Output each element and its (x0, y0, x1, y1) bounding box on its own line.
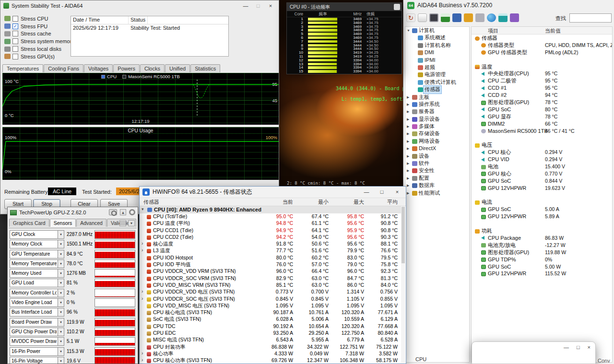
sensor-select[interactable]: Memory Controller Load▼ (10, 289, 64, 297)
sensor-select[interactable]: GPU Load▼ (10, 279, 64, 287)
checkbox[interactable] (12, 16, 18, 22)
cpu-section-row[interactable]: ▾ CPU [#0]: AMD Ryzen 9 8940HX: Enhanced (140, 206, 401, 213)
stress-option[interactable]: ✓Stress FPU (4, 23, 74, 30)
title-bar[interactable]: TechPowerUp GPU-Z 2.62.0 ▲ (8, 207, 138, 218)
close-button[interactable]: × (264, 2, 277, 10)
tools-icon[interactable] (464, 13, 473, 22)
sensor-column-header[interactable]: 传感器 (143, 199, 159, 206)
tree-item[interactable]: ▶服务器 (405, 108, 469, 115)
tree-item[interactable]: ▶配置 (405, 175, 469, 182)
sensor-select[interactable]: Bus Interface Load▼ (10, 308, 64, 317)
stress-option[interactable]: Stress cache (4, 30, 74, 38)
tab-temperatures[interactable]: Temperatures (2, 64, 43, 72)
web-icon[interactable] (487, 13, 496, 22)
expand-icon[interactable]: › (142, 247, 143, 253)
chevron-right-icon[interactable]: ▶ (407, 138, 411, 145)
maximize-button[interactable]: □ (577, 344, 580, 350)
stress-option[interactable]: Stress local disks (4, 45, 74, 53)
tree-item[interactable]: ▶性能测试 (405, 189, 469, 197)
share-icon[interactable]: ▲ (120, 209, 126, 215)
chevron-right-icon[interactable]: ▶ (407, 123, 411, 130)
column-header[interactable]: Date / Time (71, 16, 129, 24)
tree-item[interactable]: 电源管理 (405, 71, 469, 78)
chevron-right-icon[interactable]: ▶ (407, 182, 411, 189)
benchmark-icon[interactable] (441, 13, 450, 22)
tab-advanced[interactable]: Advanced (76, 219, 106, 227)
tree-item[interactable]: ▶DirectX (405, 145, 469, 152)
close-icon[interactable] (394, 4, 400, 10)
minimize-button[interactable]: — (239, 2, 252, 10)
avg-column-header[interactable]: 平均 (364, 199, 398, 206)
search-input[interactable] (569, 13, 612, 23)
maximize-button[interactable]: □ (252, 2, 264, 10)
value-column-header[interactable]: 当前值 (545, 27, 561, 35)
collapse-icon[interactable]: ▾ (142, 207, 144, 211)
title-bar[interactable]: System Stability Test - AIDA64 (0, 0, 279, 11)
expand-icon[interactable]: › (142, 296, 143, 301)
sensor-select[interactable]: Memory Clock▼ (10, 240, 64, 248)
stats-icon[interactable] (498, 13, 508, 22)
tab-graphics-card[interactable]: Graphics Card (9, 219, 49, 227)
tree-item[interactable]: ▶多媒体 (405, 123, 469, 130)
sensor-select[interactable]: GPU Chip Power Draw▼ (10, 328, 64, 336)
expand-icon[interactable]: › (142, 289, 143, 294)
measure-icon[interactable] (475, 13, 484, 22)
tab-cooling-fans[interactable]: Cooling Fans (44, 64, 83, 72)
title-bar[interactable]: CPU #0 - 活动频率 (287, 3, 401, 11)
current-column-header[interactable]: 当前 (260, 199, 293, 206)
tree-item[interactable]: 超频 (405, 64, 469, 71)
camera-icon[interactable] (109, 209, 117, 215)
minimize-button[interactable]: — (359, 187, 374, 198)
chevron-right-icon[interactable]: ▶ (407, 116, 411, 123)
tree-item[interactable]: 便携式计算机 (405, 79, 469, 86)
chevron-right-icon[interactable]: ▶ (407, 130, 411, 137)
tab-sensors[interactable]: Sensors (50, 219, 76, 227)
scrollbar[interactable] (401, 207, 405, 363)
tree-item[interactable]: 传感器 (405, 86, 469, 93)
maximize-button[interactable]: □ (374, 187, 390, 198)
checkbox[interactable] (12, 38, 18, 44)
sensor-select[interactable]: Video Engine Load▼ (10, 298, 64, 307)
sensor-select[interactable]: GPU Temperature▼ (10, 250, 64, 258)
close-button[interactable]: × (588, 344, 590, 350)
stress-option[interactable]: Stress CPU (4, 15, 74, 23)
close-button[interactable]: × (390, 187, 405, 198)
gear-icon[interactable] (129, 209, 135, 215)
chevron-right-icon[interactable]: ▶ (407, 108, 411, 115)
column-header[interactable]: Status (129, 16, 148, 24)
sensor-select[interactable]: MVDDC Power Draw▼ (10, 337, 64, 346)
remote-icon[interactable] (510, 13, 519, 22)
max-column-header[interactable]: 最大 (331, 199, 364, 206)
checkbox[interactable] (12, 46, 18, 52)
tab-clocks[interactable]: Clocks (140, 64, 165, 72)
checkbox[interactable]: ✓ (12, 23, 18, 29)
chevron-right-icon[interactable]: ▶ (407, 189, 411, 197)
tree-item[interactable]: ▶网络设备 (405, 138, 469, 145)
tree-item-computer[interactable]: ▼计算机 (405, 27, 469, 34)
chevron-down-icon[interactable]: ▼ (128, 220, 135, 226)
chevron-right-icon[interactable]: ▶ (407, 145, 411, 152)
list-view-icon[interactable] (119, 220, 126, 226)
monitor-icon[interactable] (429, 13, 438, 22)
checkbox[interactable] (12, 54, 18, 59)
tree-item[interactable]: ▶安全性 (405, 167, 469, 174)
scrollbar-thumb[interactable] (401, 207, 405, 263)
stress-option[interactable]: Stress system memory (4, 37, 74, 45)
chevron-right-icon[interactable]: ▶ (407, 101, 411, 108)
sensor-select[interactable]: GPU Clock▼ (10, 230, 64, 239)
chevron-down-icon[interactable]: ▼ (407, 27, 411, 34)
tab-voltages[interactable]: Voltages (84, 64, 113, 72)
tree-item[interactable]: ▶存储设备 (405, 130, 469, 137)
tree-item[interactable]: ▶操作系统 (405, 101, 469, 108)
tree-item[interactable]: 系统概述 (405, 34, 469, 41)
chevron-right-icon[interactable]: ▶ (407, 94, 411, 101)
chevron-right-icon[interactable]: ▶ (407, 167, 411, 174)
minimize-button[interactable]: — (564, 344, 569, 350)
tree-item[interactable]: ▶数据库 (405, 182, 469, 189)
report-icon[interactable] (418, 13, 427, 22)
tree-item[interactable]: ▶主板 (405, 94, 469, 101)
chevron-right-icon[interactable]: ▶ (407, 175, 411, 182)
sensor-select[interactable]: Memory Temperature▼ (10, 259, 64, 268)
tab-statistics[interactable]: Statistics (190, 64, 220, 72)
sensor-select[interactable]: 16-Pin Power▼ (10, 347, 64, 356)
